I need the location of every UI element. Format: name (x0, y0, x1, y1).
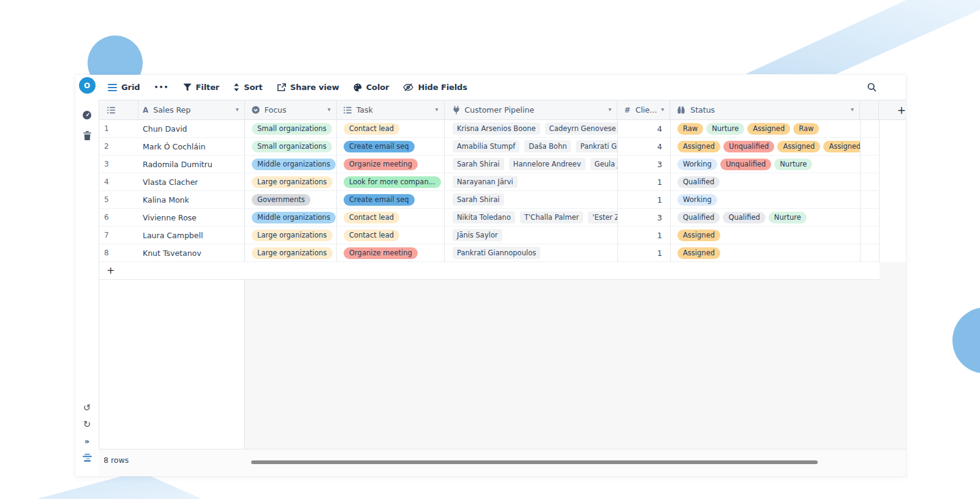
add-field-button[interactable]: + (879, 100, 906, 120)
cell-task[interactable]: Contact lead (337, 227, 445, 244)
row-number-cell[interactable]: 5 (99, 191, 138, 208)
cell-status[interactable]: RawNurtureAssignedRaw (671, 120, 861, 137)
table-row: 4Vlasta ClacherLarge organizationsLook f… (99, 173, 880, 191)
search-button[interactable] (867, 83, 876, 92)
add-row-button[interactable]: + (99, 262, 880, 280)
row-number-cell[interactable]: 4 (99, 173, 138, 190)
cell-focus[interactable]: Large organizations (245, 173, 337, 190)
cell-sales-rep[interactable]: Kalina Monk (138, 191, 245, 208)
cell-sales-rep[interactable]: Mark Ó Cochláin (138, 138, 245, 155)
row-number-cell[interactable]: 7 (99, 227, 138, 244)
cell-status[interactable]: AssignedUnqualifiedAssignedAssigned (671, 138, 861, 155)
cell-customer-pipeline[interactable]: Narayanan Järvi (445, 173, 618, 190)
column-menu-caret[interactable]: ▾ (328, 106, 331, 113)
cell-sales-rep[interactable]: Knut Tsvetanov (138, 244, 245, 261)
trash-icon[interactable] (81, 130, 92, 141)
cell-task[interactable]: Create email seq (337, 191, 445, 208)
cell-status[interactable]: Qualified (671, 173, 861, 190)
cell-focus[interactable]: Large organizations (245, 244, 337, 261)
cell-customer-pipeline[interactable]: Jānis Saylor (445, 227, 618, 244)
cell-status[interactable]: Assigned (671, 244, 861, 261)
cell-sales-rep[interactable]: Vlasta Clacher (138, 173, 245, 190)
cell-trailing[interactable] (861, 156, 880, 173)
cell-clients-count[interactable]: 1 (618, 227, 671, 244)
column-header-customer-pipeline[interactable]: Customer Pipeline ▾ (445, 100, 618, 120)
cell-task[interactable]: Create email seq (337, 138, 445, 155)
row-number-header[interactable] (99, 100, 138, 120)
collapse-icon[interactable]: » (81, 435, 92, 446)
cell-clients-count[interactable]: 4 (618, 120, 671, 137)
status-badge: Qualified (677, 212, 720, 223)
column-menu-caret[interactable]: ▾ (236, 106, 239, 113)
cell-sales-rep[interactable]: Chun David (138, 120, 245, 137)
cell-sales-rep[interactable]: Vivienne Rose (138, 209, 245, 226)
filter-button[interactable]: Filter (183, 83, 220, 92)
cell-sales-rep[interactable]: Laura Campbell (138, 227, 245, 244)
cell-focus[interactable]: Governments (245, 191, 337, 208)
share-view-button[interactable]: Share view (277, 83, 339, 92)
column-menu-caret[interactable]: ▾ (435, 106, 439, 113)
cell-focus[interactable]: Small organizations (245, 120, 337, 137)
cell-status[interactable]: WorkingUnqualifiedNurture (671, 156, 861, 173)
hide-fields-button[interactable]: Hide Fields (403, 83, 467, 92)
column-header-status[interactable]: Status ▾ (670, 100, 860, 120)
cell-status[interactable]: Assigned (671, 227, 861, 244)
cell-customer-pipeline[interactable]: Sarah Shirai (445, 191, 618, 208)
sort-button[interactable]: Sort (233, 83, 263, 92)
cell-clients-count[interactable]: 1 (618, 244, 671, 261)
cell-clients-count[interactable]: 3 (618, 209, 671, 226)
column-header-focus[interactable]: Focus ▾ (245, 100, 337, 120)
cell-focus[interactable]: Large organizations (245, 227, 337, 244)
column-header-sales-rep[interactable]: A Sales Rep ▾ (138, 100, 245, 120)
cell-customer-pipeline[interactable]: Krisna Arsenios BooneCadeyrn GenoveseJān… (445, 120, 618, 137)
cell-status[interactable]: QualifiedQualifiedNurture (671, 209, 861, 226)
cell-task[interactable]: Contact lead (337, 120, 445, 137)
cell-clients-count[interactable]: 4 (618, 138, 671, 155)
user-avatar[interactable]: O (79, 77, 96, 94)
cell-trailing[interactable] (861, 191, 880, 208)
cell-focus[interactable]: Middle organizations (245, 156, 337, 173)
column-menu-caret[interactable]: ▾ (661, 106, 664, 113)
column-header-clients[interactable]: # Clie... ▾ (617, 100, 670, 120)
cell-sales-rep[interactable]: Radomila Dumitru (138, 156, 245, 173)
undo-icon[interactable]: ↺ (81, 402, 92, 413)
cell-focus[interactable]: Middle organizations (245, 209, 337, 226)
dashboard-icon[interactable] (81, 110, 92, 121)
app-logo-icon[interactable] (81, 452, 92, 463)
cell-customer-pipeline[interactable]: Nikita ToledanoT'Challa Palmer'Ester Zah… (445, 209, 618, 226)
column-menu-caret[interactable]: ▾ (851, 106, 854, 113)
cell-task[interactable]: Contact lead (337, 209, 445, 226)
cell-task[interactable]: Look for more compan... (337, 173, 445, 190)
cell-focus[interactable]: Small organizations (245, 138, 337, 155)
row-number-cell[interactable]: 2 (99, 138, 138, 155)
cell-status[interactable]: Working (671, 191, 861, 208)
cell-trailing[interactable] (861, 227, 880, 244)
horizontal-scrollbar[interactable] (251, 460, 818, 464)
column-header-task[interactable]: Task ▾ (337, 100, 445, 120)
cell-clients-count[interactable]: 1 (618, 191, 671, 208)
cell-trailing[interactable] (861, 209, 880, 226)
cell-task[interactable]: Organize meeting (337, 244, 445, 261)
row-number-cell[interactable]: 8 (99, 244, 138, 261)
app-window: O ↺ ↻ » Grid ••• Fil (75, 75, 906, 476)
cell-customer-pipeline[interactable]: Amabilia StumpfDaša BohnPankrati Giannop… (445, 138, 618, 155)
redo-icon[interactable]: ↻ (81, 419, 92, 430)
row-number-cell[interactable]: 6 (99, 209, 138, 226)
color-button[interactable]: Color (353, 83, 390, 92)
cell-trailing[interactable] (861, 120, 880, 137)
cell-clients-count[interactable]: 3 (618, 156, 671, 173)
focus-badge: Large organizations (252, 247, 333, 259)
view-more-button[interactable]: ••• (154, 83, 168, 91)
cell-trailing[interactable] (861, 244, 880, 261)
sort-icon (233, 83, 239, 91)
cell-task[interactable]: Organize meeting (337, 156, 445, 173)
column-menu-caret[interactable]: ▾ (608, 106, 611, 113)
cell-trailing[interactable] (861, 173, 880, 190)
cell-trailing[interactable] (861, 138, 880, 155)
row-number-cell[interactable]: 1 (99, 120, 138, 137)
row-number-cell[interactable]: 3 (99, 156, 138, 173)
cell-clients-count[interactable]: 1 (618, 173, 671, 190)
cell-customer-pipeline[interactable]: Sarah ShiraiHannelore AndreevGeula Jack (445, 156, 618, 173)
grid-view-button[interactable]: Grid (108, 83, 140, 92)
cell-customer-pipeline[interactable]: Pankrati Giannopoulos (445, 244, 618, 261)
